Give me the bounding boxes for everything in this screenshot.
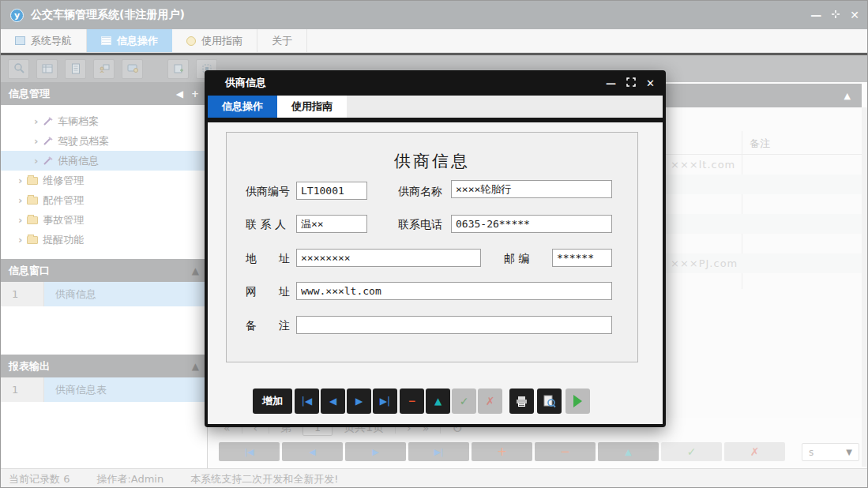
chevron-right-icon: › bbox=[18, 234, 22, 246]
nav-tree: › 车辆档案 › 驾驶员档案 › 供商信息 › 维修管理 › bbox=[1, 105, 207, 259]
tab-user-guide[interactable]: 使用指南 bbox=[172, 29, 257, 52]
confirm-button[interactable]: ✓ bbox=[661, 442, 722, 461]
chevron-right-icon: › bbox=[18, 175, 22, 186]
chevron-right-icon: › bbox=[18, 214, 22, 226]
folder-icon bbox=[27, 197, 38, 205]
collapse-icon[interactable]: ▲ bbox=[844, 91, 851, 101]
contact-field[interactable] bbox=[296, 215, 367, 233]
tree-item-supplier-info[interactable]: › 供商信息 bbox=[1, 151, 207, 171]
prev-record-button[interactable]: ◀ bbox=[282, 442, 343, 461]
tool-icon bbox=[43, 156, 53, 166]
panel-header-info-mgmt[interactable]: 信息管理 ◀ + bbox=[1, 82, 207, 105]
panel-title: 报表输出 bbox=[9, 359, 50, 374]
dialog-close-icon[interactable]: ✕ bbox=[646, 78, 655, 88]
last-record-button[interactable]: ▶| bbox=[408, 442, 469, 461]
tab-about[interactable]: 关于 bbox=[257, 29, 307, 52]
first-record-button[interactable]: |◀ bbox=[219, 442, 280, 461]
close-icon[interactable]: ✕ bbox=[850, 9, 859, 21]
chevron-down-icon: ▼ bbox=[846, 448, 852, 456]
tree-label: 事故管理 bbox=[43, 213, 84, 227]
print-button[interactable] bbox=[509, 389, 534, 414]
tree-label: 配件管理 bbox=[43, 193, 84, 208]
collapse-icon[interactable]: ▲ bbox=[192, 361, 199, 372]
monitor-icon[interactable] bbox=[122, 59, 143, 79]
tree-item-repair-mgmt[interactable]: › 维修管理 bbox=[1, 171, 207, 190]
tab-info-ops[interactable]: 信息操作 bbox=[87, 29, 172, 52]
panel-header-report-output[interactable]: 报表输出 ▲ bbox=[1, 355, 207, 377]
restore-icon[interactable] bbox=[831, 9, 840, 21]
dialog-tab-info-ops[interactable]: 信息操作 bbox=[208, 96, 277, 118]
last-record-button[interactable]: ▶| bbox=[373, 389, 397, 414]
row-label: 供商信息表 bbox=[44, 377, 207, 402]
prev-record-button[interactable]: ◀ bbox=[321, 389, 345, 414]
phone-field[interactable] bbox=[451, 215, 612, 233]
chevron-right-icon: › bbox=[34, 115, 38, 127]
remark-label: 备 注 bbox=[246, 319, 290, 333]
app-logo-icon: y bbox=[10, 9, 24, 22]
next-record-button[interactable]: ▶ bbox=[345, 442, 406, 461]
collapse-left-icon[interactable]: ◀ bbox=[176, 88, 183, 99]
tree-item-parts-mgmt[interactable]: › 配件管理 bbox=[1, 190, 207, 210]
add-record-button[interactable]: + bbox=[472, 442, 532, 461]
edit-record-button[interactable]: ▲ bbox=[426, 389, 450, 414]
preview-button[interactable] bbox=[537, 389, 562, 414]
system-note-label: 本系统支持二次开发和全新开发! bbox=[190, 472, 338, 486]
tool-icon bbox=[43, 117, 53, 126]
user-pc-icon[interactable] bbox=[93, 59, 115, 79]
address-field[interactable] bbox=[296, 249, 481, 267]
minimize-icon[interactable]: — bbox=[810, 9, 821, 21]
collapse-icon[interactable]: ▲ bbox=[192, 265, 199, 276]
type-select-value: s bbox=[809, 447, 814, 458]
name-field[interactable] bbox=[451, 180, 612, 198]
folder-icon bbox=[27, 216, 38, 224]
dialog-maximize-icon[interactable] bbox=[626, 77, 636, 88]
print-preview-icon bbox=[543, 395, 556, 407]
cancel-button[interactable]: ✗ bbox=[478, 389, 502, 414]
cancel-button[interactable]: ✗ bbox=[724, 442, 785, 461]
window-title: 公交车辆管理系统(非注册用户) bbox=[31, 8, 185, 22]
report-output-row[interactable]: 1 供商信息表 bbox=[1, 377, 207, 402]
tree-item-reminder[interactable]: › 提醒功能 bbox=[1, 230, 207, 250]
table-icon[interactable] bbox=[36, 59, 58, 79]
dialog-title: 供商信息 bbox=[225, 76, 266, 90]
zip-label: 邮 编 bbox=[504, 252, 529, 266]
tree-item-accident-mgmt[interactable]: › 事故管理 bbox=[1, 210, 207, 230]
window-titlebar: y 公交车辆管理系统(非注册用户) — ✕ bbox=[1, 1, 868, 29]
vertical-scrollbar[interactable] bbox=[862, 107, 868, 467]
next-record-button[interactable]: ▶ bbox=[347, 389, 371, 414]
site-field[interactable] bbox=[296, 282, 612, 300]
tree-item-vehicle-archive[interactable]: › 车辆档案 bbox=[1, 111, 207, 131]
chevron-right-icon: › bbox=[34, 135, 38, 147]
chevron-right-icon: › bbox=[34, 155, 38, 167]
window-icon bbox=[15, 36, 25, 45]
add-button[interactable]: 增加 bbox=[253, 389, 292, 414]
tree-item-driver-archive[interactable]: › 驾驶员档案 bbox=[1, 131, 207, 151]
info-window-row[interactable]: 1 供商信息 bbox=[1, 282, 207, 306]
name-label: 供商名称 bbox=[398, 185, 442, 199]
search-icon[interactable] bbox=[8, 59, 29, 79]
dialog-tabbar: 信息操作 使用指南 bbox=[208, 96, 663, 118]
tab-label: 信息操作 bbox=[117, 34, 158, 48]
code-field[interactable] bbox=[296, 182, 367, 200]
tab-system-nav[interactable]: 系统导航 bbox=[1, 29, 87, 52]
type-select[interactable]: s ▼ bbox=[802, 443, 859, 461]
export-icon[interactable] bbox=[167, 59, 189, 79]
tree-label: 维修管理 bbox=[43, 174, 84, 188]
delete-record-button[interactable]: − bbox=[535, 442, 596, 461]
dialog-button-bar: 增加 |◀ ◀ ▶ ▶| − ▲ ✓ ✗ bbox=[208, 389, 663, 414]
run-button[interactable] bbox=[566, 389, 590, 414]
dialog-minimize-icon[interactable]: — bbox=[606, 78, 616, 88]
remark-field[interactable] bbox=[296, 316, 612, 334]
first-record-button[interactable]: |◀ bbox=[295, 389, 319, 414]
panel-title: 信息管理 bbox=[9, 87, 50, 101]
dialog-tab-user-guide[interactable]: 使用指南 bbox=[277, 96, 347, 118]
delete-record-button[interactable]: − bbox=[400, 389, 424, 414]
confirm-button[interactable]: ✓ bbox=[452, 389, 476, 414]
tree-label: 驾驶员档案 bbox=[58, 134, 109, 148]
add-panel-icon[interactable]: + bbox=[191, 88, 199, 99]
document-icon[interactable] bbox=[65, 59, 86, 79]
edit-record-button[interactable]: ▲ bbox=[598, 442, 659, 461]
address-label: 地 址 bbox=[246, 252, 290, 266]
zip-field[interactable] bbox=[552, 249, 612, 267]
panel-header-info-window[interactable]: 信息窗口 ▲ bbox=[1, 259, 207, 282]
